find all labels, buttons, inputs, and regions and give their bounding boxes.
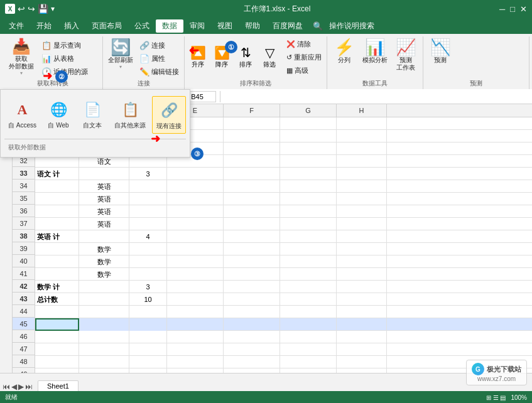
cell-b47[interactable] — [35, 343, 79, 356]
row-41[interactable]: 41 — [13, 267, 35, 280]
close-btn[interactable]: ✕ — [520, 4, 527, 14]
clear-btn[interactable]: ❌ 清除 — [284, 38, 324, 50]
cell-b41[interactable] — [35, 268, 79, 281]
cell-e41[interactable] — [167, 268, 224, 281]
row-35[interactable]: 35 — [13, 192, 35, 205]
cell-b38[interactable]: 英语 计 — [35, 230, 79, 243]
cell-h39[interactable] — [337, 243, 387, 255]
cell-b36[interactable] — [35, 205, 79, 218]
row-39[interactable]: 39 — [13, 242, 35, 255]
menu-review[interactable]: 审阅 — [183, 19, 211, 33]
menu-data[interactable]: 数据 — [156, 19, 183, 33]
cell-g46[interactable] — [280, 331, 337, 343]
from-text-btn[interactable]: 📄 自文本 — [77, 96, 108, 132]
cell-f36[interactable] — [224, 205, 280, 218]
row-43[interactable]: 43 — [13, 293, 35, 305]
cell-f35[interactable] — [224, 193, 280, 205]
cell-c42[interactable] — [79, 281, 129, 293]
cell-b45[interactable] — [35, 318, 79, 331]
sheet-tab-sheet1[interactable]: Sheet1 — [38, 380, 79, 391]
cell-h29[interactable] — [337, 117, 387, 130]
cell-h42[interactable] — [337, 281, 387, 293]
row-44[interactable]: 44 — [13, 305, 35, 318]
cell-h46[interactable] — [337, 331, 387, 343]
row-45[interactable]: 45 — [13, 318, 35, 330]
forecast-btn[interactable]: 📈 预测工作表 — [391, 38, 420, 73]
cell-f44[interactable] — [224, 306, 280, 318]
cell-b35[interactable] — [35, 193, 79, 205]
menu-baidu[interactable]: 百度网盘 — [266, 19, 309, 33]
cell-c44[interactable] — [79, 306, 129, 318]
row-40[interactable]: 40 — [13, 255, 35, 267]
cell-b34[interactable] — [35, 180, 79, 193]
cell-g44[interactable] — [280, 306, 337, 318]
from-table-btn[interactable]: 📊 从表格 — [39, 52, 90, 65]
row-47[interactable]: 47 — [13, 343, 35, 355]
cell-g33[interactable] — [280, 168, 337, 180]
cell-d46[interactable] — [129, 331, 167, 343]
cell-h48[interactable] — [337, 356, 387, 368]
menu-file[interactable]: 文件 — [3, 19, 30, 33]
cell-g39[interactable] — [280, 243, 337, 255]
cell-g48[interactable] — [280, 356, 337, 368]
col-g-header[interactable]: G — [280, 104, 337, 117]
cell-b49[interactable] — [35, 368, 79, 373]
cell-b33[interactable]: 语文 计 — [35, 168, 79, 180]
row-33[interactable]: 33 — [13, 167, 35, 180]
window-controls[interactable]: ─ □ ✕ — [499, 4, 527, 14]
cell-e49[interactable] — [167, 368, 224, 373]
cell-g31[interactable] — [280, 142, 337, 155]
cell-c39[interactable]: 数学 — [79, 243, 129, 255]
save-btn[interactable]: 💾 — [38, 4, 48, 14]
cell-e44[interactable] — [167, 306, 224, 318]
cell-b46[interactable] — [35, 331, 79, 343]
cell-b44[interactable] — [35, 306, 79, 318]
cell-f45[interactable] — [224, 318, 280, 331]
quick-access-toolbar[interactable]: X ↩ ↪ 💾 ▾ — [5, 4, 55, 14]
col-f-header[interactable]: F — [224, 104, 280, 117]
cell-c45[interactable] — [79, 318, 129, 331]
cell-g37[interactable] — [280, 218, 337, 230]
cell-d40[interactable] — [129, 255, 167, 268]
cell-e35[interactable] — [167, 193, 224, 205]
cell-d35[interactable] — [129, 193, 167, 205]
cell-g30[interactable] — [280, 130, 337, 142]
refresh-all-btn[interactable]: 🔄 全部刷新 ▾ — [106, 38, 136, 71]
first-sheet-btn[interactable]: ⏮ — [3, 382, 10, 391]
cell-c48[interactable] — [79, 356, 129, 368]
advanced-btn[interactable]: ▦ 高级 — [284, 64, 324, 77]
cell-g34[interactable] — [280, 180, 337, 193]
cell-e47[interactable] — [167, 343, 224, 356]
menu-search[interactable]: 操作说明搜索 — [323, 19, 381, 33]
cell-f31[interactable] — [224, 142, 280, 155]
cell-g35[interactable] — [280, 193, 337, 205]
cell-h32[interactable] — [337, 155, 387, 168]
formula-input[interactable] — [224, 92, 529, 101]
cell-d39[interactable] — [129, 243, 167, 255]
row-37[interactable]: 37 — [13, 217, 35, 230]
cell-e43[interactable] — [167, 293, 224, 306]
cell-b48[interactable] — [35, 356, 79, 368]
cell-e40[interactable] — [167, 255, 224, 268]
cell-f30[interactable] — [224, 130, 280, 142]
cell-d37[interactable] — [129, 218, 167, 230]
cell-c47[interactable] — [79, 343, 129, 356]
cell-e39[interactable] — [167, 243, 224, 255]
row-34[interactable]: 34 — [13, 180, 35, 192]
cell-e34[interactable] — [167, 180, 224, 193]
cell-d38[interactable]: 4 — [129, 230, 167, 243]
sort-btn[interactable]: ⇅ 排序 — [235, 44, 256, 70]
cell-f42[interactable] — [224, 281, 280, 293]
cell-d47[interactable] — [129, 343, 167, 356]
sheet-nav-buttons[interactable]: ⏮ ◀ ▶ ⏭ — [3, 382, 33, 391]
cell-c34[interactable]: 英语 — [79, 180, 129, 193]
cell-e33[interactable] — [167, 168, 224, 180]
cell-f49[interactable] — [224, 368, 280, 373]
cell-f34[interactable] — [224, 180, 280, 193]
cell-h41[interactable] — [337, 268, 387, 281]
sort-za-btn[interactable]: 🔽 降序 — [211, 44, 232, 70]
cell-c36[interactable]: 英语 — [79, 205, 129, 218]
cell-f33[interactable] — [224, 168, 280, 180]
cell-b42[interactable]: 数学 计 — [35, 281, 79, 293]
cell-f47[interactable] — [224, 343, 280, 356]
